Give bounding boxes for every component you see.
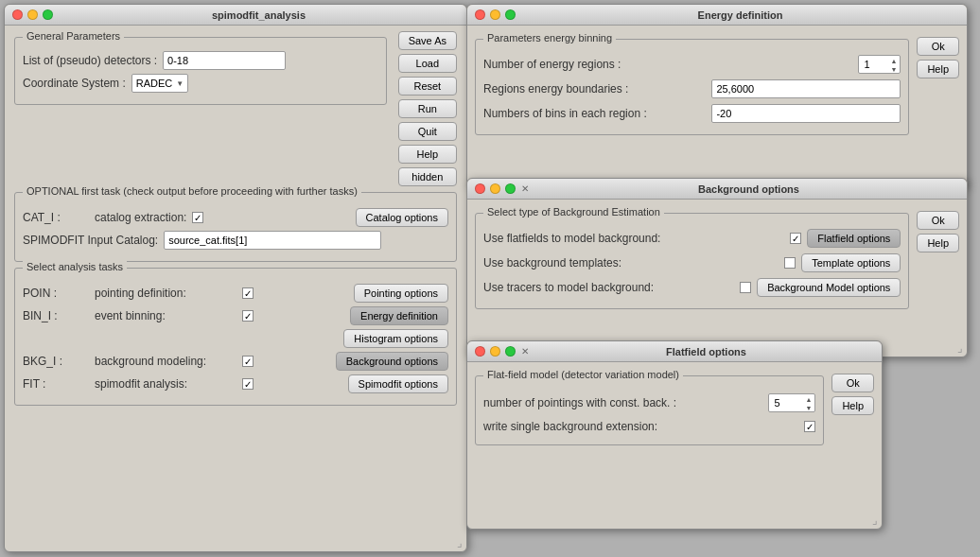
analysis-tasks-label: Select analysis tasks bbox=[23, 261, 127, 272]
bg-ok-button[interactable]: Ok bbox=[917, 211, 959, 230]
energy-maximize-button[interactable] bbox=[505, 9, 516, 20]
energy-traffic-lights bbox=[475, 9, 516, 20]
cat-label: CAT_I : bbox=[23, 211, 89, 224]
optional-task-label: OPTIONAL first task (check output before… bbox=[23, 185, 361, 197]
bg-model-options-button[interactable]: Background Model options bbox=[757, 278, 901, 297]
save-as-button[interactable]: Save As bbox=[398, 31, 457, 50]
help-button[interactable]: Help bbox=[398, 145, 457, 164]
bg-traffic-lights bbox=[475, 183, 516, 194]
minimize-button[interactable] bbox=[27, 9, 38, 20]
detector-input[interactable] bbox=[163, 51, 286, 70]
pointings-spin-down[interactable]: ▼ bbox=[804, 404, 813, 412]
energy-window: Energy definition Parameters energy binn… bbox=[466, 4, 968, 188]
spimodfit-options-button[interactable]: Spimodfit options bbox=[348, 374, 448, 393]
template-options-button[interactable]: Template options bbox=[801, 253, 901, 272]
spin-up[interactable]: ▲ bbox=[889, 57, 898, 65]
poin-label: POIN : bbox=[23, 287, 89, 300]
num-bins-input[interactable] bbox=[711, 104, 901, 123]
write-checkbox[interactable] bbox=[804, 421, 815, 432]
regions-boundaries-input[interactable] bbox=[711, 79, 901, 98]
spin-down[interactable]: ▼ bbox=[889, 65, 898, 74]
energy-window-title: Energy definition bbox=[521, 9, 959, 21]
pointing-options-button[interactable]: Pointing options bbox=[354, 284, 448, 303]
event-bin-checkbox[interactable] bbox=[242, 310, 254, 322]
bg-window-title: Background options bbox=[538, 183, 959, 195]
flat-model-label: Flat-field model (detector variation mod… bbox=[483, 369, 683, 380]
resize-handle[interactable]: ⌟ bbox=[457, 536, 463, 549]
flat-titlebar: ✕ Flatfield options bbox=[467, 341, 882, 362]
analysis-tasks-group: Select analysis tasks POIN : pointing de… bbox=[14, 268, 457, 406]
maximize-button[interactable] bbox=[43, 9, 53, 20]
load-button[interactable]: Load bbox=[398, 54, 457, 73]
flat-model-group: Flat-field model (detector variation mod… bbox=[475, 375, 824, 445]
catalog-options-button[interactable]: Catalog options bbox=[356, 208, 448, 227]
bg-close-button[interactable] bbox=[475, 183, 485, 194]
bkg-label: BKG_I : bbox=[23, 355, 89, 368]
bg-help-button[interactable]: Help bbox=[917, 234, 959, 252]
quit-button[interactable]: Quit bbox=[398, 122, 457, 141]
run-button[interactable]: Run bbox=[398, 99, 457, 118]
bg-modeling-label: background modeling: bbox=[95, 355, 236, 368]
pointings-spinner[interactable]: 5 ▲ ▼ bbox=[768, 393, 815, 412]
flat-minimize-button[interactable] bbox=[490, 346, 500, 357]
spimodfit-analysis-checkbox[interactable] bbox=[242, 378, 254, 390]
energy-close-button[interactable] bbox=[475, 9, 485, 20]
num-regions-value: 1 bbox=[861, 59, 889, 70]
traffic-lights bbox=[12, 9, 53, 20]
flatfields-checkbox[interactable] bbox=[790, 233, 801, 244]
spimodfit-catalog-input[interactable] bbox=[164, 231, 381, 250]
templates-label: Use background templates: bbox=[483, 256, 779, 270]
bg-estimation-label: Select type of Background Estimation bbox=[483, 206, 664, 218]
general-params-group: General Parameters List of (pseudo) dete… bbox=[14, 31, 387, 186]
num-regions-label: Number of energy regions : bbox=[483, 58, 852, 71]
bg-close-x: ✕ bbox=[521, 183, 529, 194]
num-bins-label: Numbers of bins in each region : bbox=[483, 107, 706, 120]
flat-ok-button[interactable]: Ok bbox=[831, 374, 874, 392]
bg-options-button[interactable]: Background options bbox=[336, 352, 448, 371]
flat-window-title: Flatfield options bbox=[538, 346, 874, 357]
coord-select-arrow: ▼ bbox=[176, 79, 184, 88]
main-side-buttons: Save As Load Reset Run Quit Help hidden bbox=[398, 31, 457, 186]
optional-task-group: OPTIONAL first task (check output before… bbox=[14, 192, 457, 262]
bg-estimation-group: Select type of Background Estimation Use… bbox=[475, 213, 909, 309]
bg-maximize-button[interactable] bbox=[505, 183, 516, 194]
num-regions-spinner[interactable]: 1 ▲ ▼ bbox=[858, 55, 901, 74]
flatfields-label: Use flatfields to model background: bbox=[483, 232, 784, 245]
tracers-checkbox[interactable] bbox=[740, 282, 751, 293]
energy-help-button[interactable]: Help bbox=[917, 60, 959, 78]
close-button[interactable] bbox=[12, 9, 23, 20]
flatfield-window: ✕ Flatfield options Flat-field model (de… bbox=[466, 340, 883, 530]
flat-help-button[interactable]: Help bbox=[831, 396, 874, 415]
energy-minimize-button[interactable] bbox=[490, 9, 500, 20]
regions-boundaries-label: Regions energy boundaries : bbox=[483, 82, 706, 96]
flatfield-options-button[interactable]: Flatfield options bbox=[807, 229, 901, 248]
flat-resize-handle[interactable]: ⌟ bbox=[872, 513, 878, 527]
main-titlebar: spimodfit_analysis bbox=[5, 5, 466, 26]
histogram-options-button[interactable]: Histogram options bbox=[343, 329, 448, 348]
hidden-button[interactable]: hidden bbox=[398, 167, 457, 186]
spimodfit-catalog-label: SPIMODFIT Input Catalog: bbox=[23, 234, 158, 247]
flat-traffic-lights bbox=[475, 346, 516, 357]
reset-button[interactable]: Reset bbox=[398, 77, 457, 96]
pointings-label: number of pointings with const. back. : bbox=[483, 396, 762, 409]
pointing-def-label: pointing definition: bbox=[95, 287, 236, 300]
pointings-spin-up[interactable]: ▲ bbox=[804, 395, 813, 404]
event-bin-label: event binning: bbox=[95, 309, 236, 322]
coord-label: Coordinate System : bbox=[23, 77, 126, 90]
spimodfit-analysis-label: spimodfit analysis: bbox=[95, 377, 236, 391]
bin-label: BIN_I : bbox=[23, 309, 89, 322]
general-params-label: General Parameters bbox=[23, 30, 124, 42]
catalog-extraction-label: catalog extraction: bbox=[95, 211, 186, 224]
catalog-extraction-checkbox[interactable] bbox=[192, 212, 203, 223]
energy-ok-button[interactable]: Ok bbox=[917, 37, 959, 56]
bg-resize-handle[interactable]: ⌟ bbox=[957, 341, 963, 355]
bg-minimize-button[interactable] bbox=[490, 183, 500, 194]
pointing-def-checkbox[interactable] bbox=[242, 287, 254, 299]
flat-close-button[interactable] bbox=[475, 346, 485, 357]
energy-def-button[interactable]: Energy definition bbox=[350, 306, 448, 325]
flat-maximize-button[interactable] bbox=[505, 346, 516, 357]
bg-options-window: ✕ Background options Select type of Back… bbox=[466, 178, 968, 357]
bg-modeling-checkbox[interactable] bbox=[242, 356, 254, 367]
coord-select[interactable]: RADEC ▼ bbox=[131, 74, 188, 93]
templates-checkbox[interactable] bbox=[784, 257, 796, 269]
